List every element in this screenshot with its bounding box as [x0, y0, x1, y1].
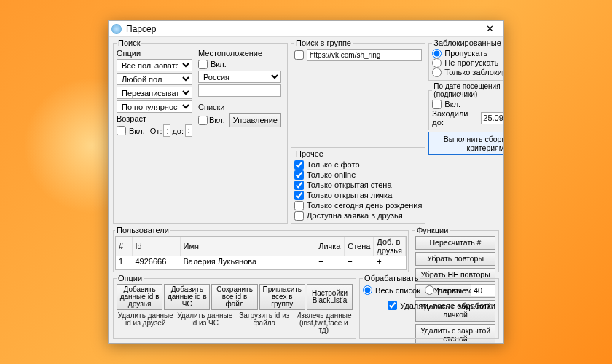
process-first-n-input[interactable] [471, 284, 495, 296]
table-row[interactable]: 22963876Дима Карташов+++ [116, 266, 406, 270]
visit-enable-checkbox[interactable] [432, 100, 442, 109]
location-label: Местоположение [198, 49, 281, 58]
close-button[interactable]: ✕ [479, 22, 501, 36]
group-search-legend: Поиск в группе [294, 39, 353, 47]
blocked-only-radio[interactable] [432, 68, 442, 77]
group-enable-checkbox[interactable] [294, 50, 304, 60]
process-first-radio[interactable] [425, 285, 434, 295]
location-enable-checkbox[interactable] [198, 60, 208, 69]
options-fieldset: Опции Добавить данные id в друзья Добави… [113, 274, 356, 339]
visit-date-fieldset: По дате посещения (подписчики) Вкл. Захо… [428, 82, 503, 130]
process-fieldset: Обрабатывать Весь список Первые Удалять … [359, 274, 499, 339]
blocked-fieldset: Заблокированные Пропускать Не пропускать… [428, 39, 503, 81]
save-to-file-button[interactable]: Сохранить все id в файл [211, 284, 257, 310]
overwrite-select[interactable]: Перезаписывать [117, 87, 192, 99]
search-legend: Поиск [117, 39, 141, 47]
blocked-legend: Заблокированные [432, 39, 502, 47]
users-select[interactable]: Все пользователи [117, 59, 192, 71]
th-wall[interactable]: Стена [345, 237, 374, 256]
window-titlebar[interactable]: Парсер ✕ [109, 21, 503, 37]
country-select[interactable]: Россия [198, 71, 281, 83]
delete-after-checkbox[interactable] [388, 301, 397, 310]
extract-data-link[interactable]: Извлечь данные (inst,twit,face и тд) [295, 312, 353, 335]
other-fieldset: Прочее Только с фото Только online Тольк… [291, 149, 425, 224]
users-fieldset: Пользователи # Id Имя Личка Стена Доб. в… [113, 226, 409, 272]
online-checkbox[interactable] [294, 170, 304, 180]
other-legend: Прочее [294, 149, 325, 158]
remove-duplicates-button[interactable]: Убрать повторы [415, 252, 495, 266]
group-url-input[interactable] [307, 49, 422, 61]
process-legend: Обрабатывать [363, 274, 420, 282]
age-label: Возраст [117, 114, 192, 123]
gender-select[interactable]: Любой пол [117, 73, 192, 85]
add-to-blacklist-button[interactable]: Добавить данные id в ЧС [164, 284, 210, 310]
table-row[interactable]: 14926666Валерия Лукьянова+++ [116, 256, 406, 267]
app-icon [111, 24, 122, 34]
blacklist-settings-button[interactable]: Настройки BlackList'а [307, 284, 353, 310]
city-input[interactable] [198, 84, 281, 97]
add-to-friends-button[interactable]: Добавить данные id в друзья [117, 284, 162, 310]
age-to-input[interactable] [185, 124, 192, 137]
load-from-file-link[interactable]: Загрузить id из файла [235, 312, 294, 335]
lists-manage-button[interactable]: Управление [230, 113, 281, 127]
run-collect-button[interactable]: Выполнить сборку id по критериям [428, 132, 503, 155]
group-search-fieldset: Поиск в группе Вкл. [291, 39, 425, 148]
friend-req-checkbox[interactable] [294, 211, 304, 221]
users-table-scroll[interactable]: # Id Имя Личка Стена Доб. в друзья 14926… [115, 236, 407, 270]
th-name[interactable]: Имя [180, 237, 315, 256]
age-enable-checkbox[interactable] [117, 126, 126, 135]
th-id[interactable]: Id [132, 237, 180, 256]
invite-to-group-button[interactable]: Пригласить всех в группу [259, 284, 305, 310]
options-label: Опции [117, 49, 192, 58]
users-table: # Id Имя Личка Стена Доб. в друзья 14926… [116, 237, 406, 270]
bday-checkbox[interactable] [294, 201, 304, 210]
blocked-skip-radio[interactable] [432, 49, 442, 58]
wall-checkbox[interactable] [294, 181, 304, 190]
recount-button[interactable]: Пересчитать # [415, 236, 495, 250]
functions-legend: Функции [415, 226, 450, 234]
functions-fieldset: Функции Пересчитать # Убрать повторы Убр… [412, 226, 499, 272]
pm-checkbox[interactable] [294, 191, 304, 200]
blocked-noskip-radio[interactable] [432, 58, 442, 68]
th-pm[interactable]: Личка [315, 237, 345, 256]
th-num[interactable]: # [116, 237, 132, 256]
visit-date-legend: По дате посещения (подписчики) [432, 82, 503, 98]
visit-date-picker[interactable]: 25.09.2016 📅▾ [481, 112, 503, 124]
process-all-radio[interactable] [363, 285, 372, 295]
lists-label: Списки [198, 103, 281, 111]
age-from-input[interactable] [163, 124, 170, 137]
options-legend: Опции [117, 274, 144, 282]
th-add[interactable]: Доб. в друзья [374, 237, 406, 256]
window-title: Парсер [126, 24, 479, 34]
parser-window: Парсер ✕ Поиск Опции Все пользователи Лю… [108, 20, 504, 344]
delete-from-friends-link[interactable]: Удалить данные id из друзей [117, 312, 175, 335]
photo-checkbox[interactable] [294, 160, 304, 170]
users-legend: Пользователи [115, 226, 170, 234]
lists-enable-checkbox[interactable] [198, 116, 208, 125]
sort-select[interactable]: По популярности [117, 100, 192, 113]
delete-from-blacklist-link[interactable]: Удалить данные id из ЧС [176, 312, 235, 335]
search-fieldset: Поиск Опции Все пользователи Любой пол П… [113, 39, 288, 224]
